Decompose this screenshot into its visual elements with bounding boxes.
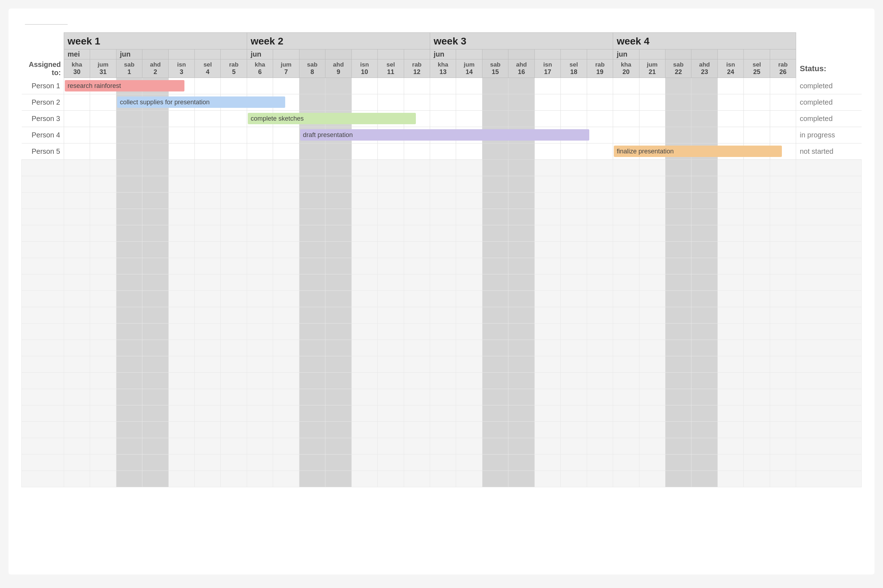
blank-day-7-24 [691,274,718,291]
blank-day-0-10 [326,160,351,176]
start-date-value[interactable] [25,24,68,24]
day-data-0-5 [194,78,221,94]
blank-day-1-8 [273,176,299,192]
blank-day-12-18 [535,356,560,373]
day-data-2-0 [64,111,90,127]
blank-row-7 [22,274,862,291]
page: week 1week 2week 3week 4meijunjunjunjunA… [9,9,874,574]
blank-day-5-5 [194,242,221,258]
day-cell-26: sel25 [744,60,770,78]
blank-day-19-13 [404,471,430,487]
blank-day-11-8 [273,340,299,356]
blank-day-12-23 [665,356,691,373]
blank-row-15 [22,405,862,422]
blank-day-9-20 [587,307,613,324]
blank-day-5-7 [247,242,273,258]
day-data-4-7 [247,144,273,160]
blank-day-15-0 [64,405,90,422]
month-cell-7: jun [247,50,273,60]
blank-day-10-10 [326,324,351,340]
blank-day-11-17 [508,340,535,356]
blank-day-16-4 [168,422,194,438]
blank-day-2-13 [404,192,430,209]
blank-day-3-13 [404,209,430,225]
blank-day-19-19 [561,471,587,487]
blank-day-2-25 [718,192,743,209]
day-data-0-18 [535,78,560,94]
task-bar-2: collect supplies for presentation [117,96,285,108]
blank-day-1-13 [404,176,430,192]
blank-status-2 [796,192,862,209]
month-cell-1 [90,50,116,60]
day-data-0-27 [770,78,796,94]
blank-day-3-18 [535,209,560,225]
blank-day-13-6 [221,373,247,389]
blank-day-17-27 [770,438,796,454]
person-row-1: Person 1research rainforestcompleted [22,78,862,94]
blank-day-11-3 [143,340,168,356]
blank-day-15-3 [143,405,168,422]
blank-day-18-14 [430,454,456,471]
blank-day-5-8 [273,242,299,258]
blank-day-0-16 [482,160,508,176]
blank-day-17-11 [351,438,377,454]
month-cell-25 [718,50,743,60]
blank-day-19-6 [221,471,247,487]
blank-day-10-12 [378,324,404,340]
blank-day-9-2 [116,307,142,324]
blank-day-7-11 [351,274,377,291]
blank-day-15-6 [221,405,247,422]
blank-day-1-22 [639,176,665,192]
blank-day-10-15 [456,324,482,340]
task-bar-5: finalize presentation [614,146,782,157]
blank-day-15-5 [194,405,221,422]
blank-day-14-23 [665,389,691,405]
blank-day-2-7 [247,192,273,209]
blank-day-11-10 [326,340,351,356]
blank-row-19 [22,471,862,487]
month-cell-2: jun [116,50,142,60]
day-data-0-6 [221,78,247,94]
blank-status-16 [796,422,862,438]
blank-day-11-1 [90,340,116,356]
blank-day-3-7 [247,209,273,225]
status-cell-2: completed [796,94,862,111]
blank-day-13-19 [561,373,587,389]
day-cell-3: ahd2 [143,60,168,78]
blank-day-14-25 [718,389,743,405]
blank-day-12-9 [299,356,325,373]
blank-day-12-6 [221,356,247,373]
month-cell-9 [299,50,325,60]
day-data-3-26 [744,127,770,144]
blank-day-16-8 [273,422,299,438]
blank-day-10-13 [404,324,430,340]
blank-day-3-19 [561,209,587,225]
blank-day-1-18 [535,176,560,192]
day-cell-15: jum14 [456,60,482,78]
blank-day-1-16 [482,176,508,192]
blank-day-19-24 [691,471,718,487]
blank-day-12-26 [744,356,770,373]
day-cell-27: rab26 [770,60,796,78]
blank-day-0-3 [143,160,168,176]
day-data-3-3 [143,127,168,144]
blank-status-11 [796,340,862,356]
blank-day-5-27 [770,242,796,258]
blank-day-9-9 [299,307,325,324]
blank-day-6-19 [561,258,587,274]
blank-day-1-6 [221,176,247,192]
blank-day-19-11 [351,471,377,487]
blank-day-10-19 [561,324,587,340]
blank-day-2-19 [561,192,587,209]
blank-day-3-24 [691,209,718,225]
day-cell-24: ahd23 [691,60,718,78]
blank-day-12-24 [691,356,718,373]
blank-day-5-20 [587,242,613,258]
blank-day-10-14 [430,324,456,340]
blank-day-1-25 [718,176,743,192]
blank-day-11-25 [718,340,743,356]
day-data-3-22 [639,127,665,144]
blank-day-5-9 [299,242,325,258]
person-row-4: Person 4draft presentationin progress [22,127,862,144]
blank-day-14-27 [770,389,796,405]
